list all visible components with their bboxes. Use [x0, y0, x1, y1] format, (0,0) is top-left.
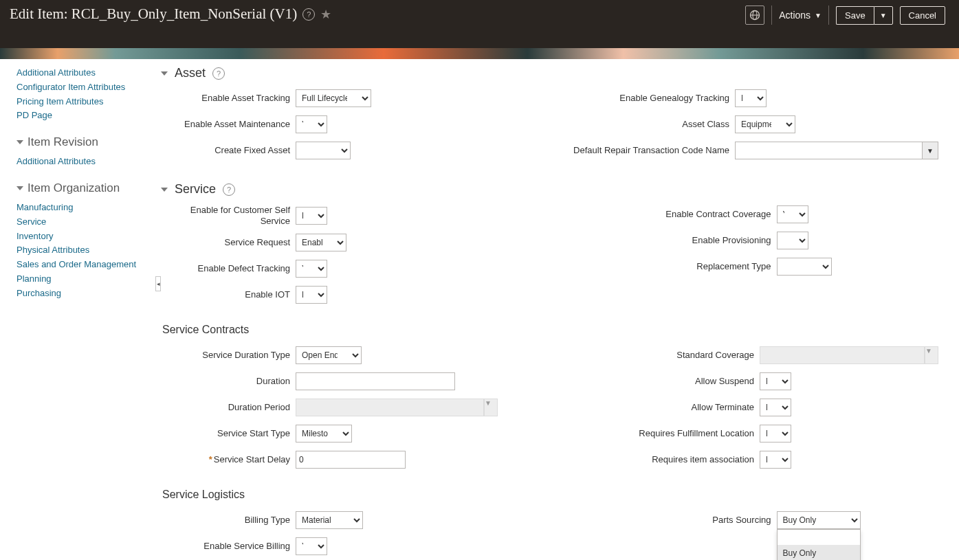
- star-icon[interactable]: ★: [320, 7, 331, 22]
- sidebar-link[interactable]: Inventory: [16, 229, 151, 244]
- label: Standard Coverage: [553, 350, 760, 361]
- dropdown-option[interactable]: [778, 530, 860, 545]
- default-repair-input[interactable]: [735, 142, 922, 159]
- help-icon[interactable]: ?: [302, 8, 315, 21]
- combo-dropdown-button: ▼: [484, 399, 498, 416]
- requires-item-assoc-select[interactable]: No: [760, 451, 791, 469]
- divider: [771, 5, 772, 25]
- caret-down-icon: ▼: [815, 12, 822, 19]
- label: Duration: [161, 376, 296, 387]
- triangle-icon: [16, 140, 23, 144]
- combo-dropdown-button: ▼: [925, 346, 938, 364]
- asset-class-select[interactable]: Equipment: [735, 115, 795, 133]
- section-label: Item Organization: [27, 181, 120, 195]
- actions-menu[interactable]: Actions ▼: [779, 10, 822, 21]
- content-area: Asset ? Enable Asset Tracking Full Lifec…: [161, 59, 938, 560]
- replacement-type-select[interactable]: [777, 258, 832, 276]
- label: Allow Suspend: [553, 376, 760, 387]
- sidebar-link[interactable]: Sales and Order Management: [16, 258, 151, 272]
- sidebar-link[interactable]: Planning: [16, 272, 151, 287]
- requires-fulfillment-select[interactable]: No: [760, 425, 791, 443]
- allow-terminate-select[interactable]: No: [760, 399, 791, 416]
- billing-type-select[interactable]: Material: [296, 511, 363, 529]
- label: Service Start Type: [161, 428, 296, 439]
- cancel-button[interactable]: Cancel: [900, 6, 945, 25]
- sidebar-link[interactable]: Pricing Item Attributes: [16, 95, 151, 109]
- parts-sourcing-select[interactable]: Buy Only: [777, 511, 861, 529]
- triangle-icon: [161, 71, 168, 76]
- section-asset[interactable]: Asset ?: [161, 66, 938, 80]
- help-icon[interactable]: ?: [212, 67, 225, 80]
- parts-sourcing-menu: Buy Only Inventory then Buy Inventory On…: [777, 529, 861, 560]
- service-duration-type-select[interactable]: Open Ended: [296, 346, 362, 364]
- sidebar: Additional Attributes Configurator Item …: [7, 59, 155, 560]
- sidebar-link[interactable]: Physical Attributes: [16, 243, 151, 258]
- label: Duration Period: [161, 402, 296, 413]
- section-service[interactable]: Service ?: [161, 182, 938, 197]
- service-start-delay-input[interactable]: [296, 451, 406, 469]
- enable-provisioning-select[interactable]: [777, 232, 808, 249]
- label: *Service Start Delay: [161, 454, 296, 465]
- combo-dropdown-button[interactable]: ▼: [922, 142, 938, 159]
- collapse-handle[interactable]: ◂: [155, 276, 161, 291]
- label: Asset Class: [529, 119, 735, 130]
- sidebar-link[interactable]: Service: [16, 215, 151, 229]
- sidebar-link[interactable]: Manufacturing: [16, 201, 151, 215]
- header-bar: Edit Item: RCL_Buy_Only_Item_NonSerial (…: [0, 0, 959, 48]
- banner-strip: [0, 48, 959, 59]
- sidebar-section-item-revision[interactable]: Item Revision: [16, 135, 151, 149]
- triangle-icon: [16, 186, 23, 190]
- enable-asset-tracking-select[interactable]: Full Lifecycle: [296, 89, 371, 107]
- duration-period-field: [296, 399, 484, 416]
- duration-input: [296, 372, 455, 390]
- label: Enable Provisioning: [571, 235, 777, 246]
- caret-down-icon: ▼: [880, 12, 887, 19]
- dropdown-option[interactable]: Buy Only: [778, 545, 860, 560]
- label: Enable Asset Tracking: [161, 93, 296, 104]
- enable-genealogy-select[interactable]: No: [735, 89, 767, 107]
- subsection-logistics: Service Logistics: [162, 489, 938, 501]
- title-wrap: Edit Item: RCL_Buy_Only_Item_NonSerial (…: [10, 5, 331, 23]
- header-actions: Actions ▼ Save ▼ Cancel: [745, 5, 945, 25]
- section-label: Item Revision: [27, 135, 98, 149]
- standard-coverage-combo: ▼: [760, 346, 938, 364]
- enable-asset-maintenance-select[interactable]: Yes: [296, 115, 327, 133]
- label: Replacement Type: [571, 261, 777, 272]
- sidebar-link[interactable]: Additional Attributes: [16, 155, 151, 169]
- label: Service Duration Type: [161, 350, 296, 361]
- save-button[interactable]: Save: [836, 6, 874, 25]
- help-icon[interactable]: ?: [223, 183, 235, 196]
- enable-iot-select[interactable]: No: [296, 286, 327, 304]
- create-fixed-asset-select[interactable]: [296, 142, 351, 159]
- label: Allow Terminate: [553, 402, 760, 413]
- service-start-type-select[interactable]: Milestone: [296, 425, 352, 443]
- enable-contract-select[interactable]: Yes: [777, 205, 808, 223]
- duration-period-combo: ▼: [296, 399, 498, 416]
- page-title: Edit Item: RCL_Buy_Only_Item_NonSerial (…: [10, 5, 297, 23]
- label: Enable Contract Coverage: [571, 209, 777, 220]
- parts-sourcing-row: Parts Sourcing Buy Only Buy Only Invento…: [571, 511, 939, 530]
- label: Default Repair Transaction Code Name: [529, 145, 735, 156]
- service-request-select[interactable]: Enabled: [296, 234, 346, 251]
- parts-sourcing-wrapper: Buy Only Buy Only Inventory then Buy Inv…: [777, 511, 861, 529]
- label: Billing Type: [161, 515, 296, 526]
- save-dropdown[interactable]: ▼: [874, 6, 893, 25]
- sidebar-link[interactable]: Additional Attributes: [16, 66, 151, 80]
- label: Enable Asset Maintenance: [161, 119, 296, 130]
- sidebar-link[interactable]: PD Page: [16, 109, 151, 123]
- sidebar-link[interactable]: Configurator Item Attributes: [16, 80, 151, 95]
- globe-icon[interactable]: [745, 5, 764, 25]
- sidebar-section-item-organization[interactable]: Item Organization: [16, 181, 151, 195]
- label: Enable Service Billing: [161, 541, 296, 552]
- label: Service Request: [161, 237, 296, 248]
- divider: [828, 5, 829, 25]
- sidebar-link[interactable]: Purchasing: [16, 287, 151, 301]
- label: Requires item association: [553, 454, 760, 465]
- section-title: Asset: [175, 66, 206, 80]
- enable-billing-select[interactable]: Yes: [296, 537, 327, 555]
- enable-defect-select[interactable]: Yes: [296, 260, 327, 278]
- label: Requires Fulfillment Location: [553, 428, 760, 439]
- enable-self-service-select[interactable]: No: [296, 207, 327, 225]
- label: Enable IOT: [161, 289, 296, 300]
- allow-suspend-select[interactable]: No: [760, 372, 791, 390]
